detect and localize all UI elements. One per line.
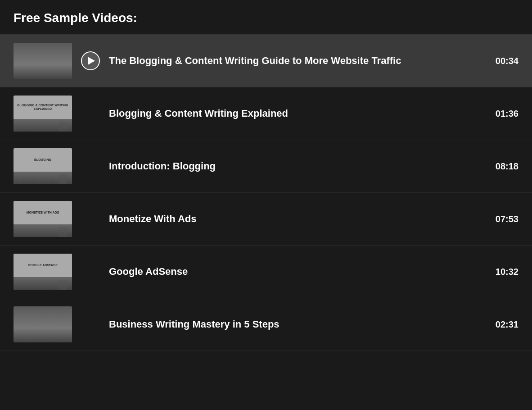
- video-duration: 01:36: [491, 109, 518, 119]
- video-duration: 02:31: [491, 319, 518, 330]
- video-item[interactable]: BLOGGINGIntroduction: Blogging08:18: [0, 140, 532, 193]
- page-header: Free Sample Videos:: [0, 0, 532, 35]
- video-title: Google AdSense: [109, 265, 482, 278]
- video-title: Business Writing Mastery in 5 Steps: [109, 318, 482, 331]
- video-title: Introduction: Blogging: [109, 160, 482, 173]
- video-thumbnail-4: MONETIZE WITH ADS: [14, 201, 72, 237]
- video-title: Blogging & Content Writing Explained: [109, 107, 482, 120]
- video-item[interactable]: GOOGLE ADSENSEGoogle AdSense10:32: [0, 246, 532, 298]
- video-duration: 07:53: [491, 214, 518, 224]
- page-title: Free Sample Videos:: [14, 11, 518, 25]
- video-thumbnail-3: BLOGGING: [14, 148, 72, 184]
- video-item[interactable]: The Blogging & Content Writing Guide to …: [0, 35, 532, 87]
- video-list: The Blogging & Content Writing Guide to …: [0, 35, 532, 351]
- play-button[interactable]: [81, 51, 100, 70]
- video-duration: 08:18: [491, 161, 518, 172]
- video-thumbnail-5: GOOGLE ADSENSE: [14, 254, 72, 290]
- video-item[interactable]: MONETIZE WITH ADSMonetize With Ads07:53: [0, 193, 532, 246]
- video-duration: 00:34: [491, 56, 518, 66]
- video-thumbnail-6: [14, 306, 72, 342]
- video-item[interactable]: BLOGGING & CONTENT WRITING EXPLAINEDBlog…: [0, 87, 532, 140]
- video-thumbnail-2: BLOGGING & CONTENT WRITING EXPLAINED: [14, 96, 72, 132]
- play-icon: [88, 57, 95, 65]
- page-container: Free Sample Videos: The Blogging & Conte…: [0, 0, 532, 351]
- video-title: Monetize With Ads: [109, 213, 482, 226]
- video-item[interactable]: Business Writing Mastery in 5 Steps02:31: [0, 298, 532, 351]
- video-duration: 10:32: [491, 267, 518, 277]
- video-thumbnail-1: [14, 43, 72, 79]
- video-title: The Blogging & Content Writing Guide to …: [109, 55, 482, 68]
